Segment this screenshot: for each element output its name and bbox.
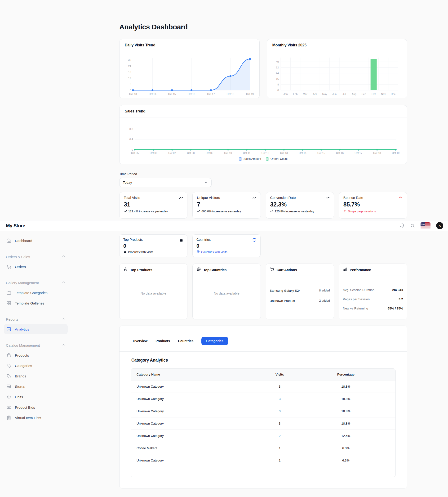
- avatar[interactable]: A: [436, 222, 443, 229]
- bar-chart-square-icon: [6, 327, 11, 332]
- svg-text:0.4: 0.4: [129, 138, 133, 141]
- sidebar-item-label: Brands: [15, 374, 26, 378]
- performance-row: Avg. Session Duration 2m 34s: [343, 287, 403, 293]
- trending-up-icon: [197, 210, 200, 213]
- undo-icon: [399, 196, 402, 200]
- search-icon[interactable]: [410, 224, 415, 228]
- banknote-icon: [6, 405, 11, 410]
- sidebar-item-dashboard[interactable]: Dashboard: [4, 235, 68, 246]
- sidebar-item-categories[interactable]: Categories: [4, 360, 68, 371]
- panel-title: Top Countries: [203, 268, 226, 272]
- svg-text:Oct 19: Oct 19: [246, 93, 254, 95]
- svg-text:Nov: Nov: [381, 93, 386, 95]
- tab-products[interactable]: Products: [156, 337, 170, 345]
- shopping-bag-filled-icon: [179, 238, 183, 243]
- sidebar-item-virtual-item-lists[interactable]: Virtual Item Lists: [4, 413, 68, 423]
- trending-up-icon: [179, 196, 183, 200]
- trending-up-icon: [124, 210, 127, 213]
- svg-text:Oct 14: Oct 14: [149, 93, 156, 95]
- panel-title: Top Products: [130, 268, 152, 272]
- mini-card-title: Top Products: [123, 238, 143, 242]
- chevron-up-icon: [62, 343, 65, 347]
- stat-title: Bounce Rate: [343, 196, 363, 199]
- monthly-visits-card: Monthly Visits 2025 0816243240JanFebMarA…: [267, 39, 407, 98]
- divider: [120, 351, 407, 352]
- sidebar-item-products[interactable]: Products: [4, 350, 68, 360]
- undo-icon: [343, 210, 347, 213]
- tab-categories[interactable]: Categories: [201, 337, 228, 345]
- top-content: Analytics Dashboard Daily Visits Trend 0…: [119, 23, 407, 218]
- stat-value: 85.7%: [343, 201, 402, 208]
- sidebar-item-brands[interactable]: Brands: [4, 371, 68, 381]
- countries-mini-card: Countries 0 Countries with visits: [192, 234, 261, 257]
- stat-title: Conversion Rate: [270, 196, 296, 199]
- svg-text:12: 12: [128, 77, 131, 79]
- section-header-orders-sales[interactable]: Orders & Sales: [4, 254, 68, 259]
- svg-text:6: 6: [130, 83, 131, 85]
- sidebar-item-label: Dashboard: [15, 239, 32, 243]
- stat-title: Unique Visitors: [197, 196, 220, 199]
- monthly-visits-bar-chart: 0816243240JanFebMarAprMayJunJulAugSepOct…: [272, 54, 402, 97]
- sidebar-item-product-bids[interactable]: Product Bids: [4, 402, 68, 413]
- svg-text:Oct 10: Oct 10: [224, 151, 232, 154]
- daily-visits-chart: 0612182430Oct 13Oct 14Oct 15Oct 16Oct 17…: [120, 51, 259, 98]
- analytics-dashboard-page: Analytics Dashboard Daily Visits Trend 0…: [0, 0, 448, 497]
- legend-sales-amount: Sales Amount: [239, 157, 261, 161]
- main-content: Top Products 0 Products with visits Coun…: [119, 234, 407, 488]
- svg-text:Oct 17: Oct 17: [354, 151, 362, 154]
- svg-text:Oct 17: Oct 17: [207, 93, 215, 95]
- app-header: My Store A: [0, 220, 448, 231]
- svg-text:24: 24: [128, 65, 131, 67]
- svg-text:Oct 13: Oct 13: [129, 93, 137, 95]
- tab-overview[interactable]: Overview: [133, 337, 147, 345]
- language-flag-us[interactable]: [420, 222, 431, 229]
- section-header-gallery[interactable]: Gallery Management: [4, 280, 68, 285]
- sidebar-item-template-categories[interactable]: Template Categories: [4, 287, 68, 298]
- col-category-name: Category Name: [131, 369, 263, 381]
- home-icon: [6, 238, 11, 243]
- section-header-catalog[interactable]: Catalog Management: [4, 343, 68, 348]
- svg-text:Oct 16: Oct 16: [188, 93, 195, 95]
- table-row: Unknown Category318.8%: [131, 381, 396, 393]
- globe-icon: [252, 238, 256, 243]
- svg-text:Oct 05: Oct 05: [131, 151, 139, 154]
- performance-row: New vs Returning 65% / 35%: [343, 305, 403, 311]
- analytics-tabs: Overview Products Countries Categories: [120, 326, 407, 345]
- stat-change: 125.8% increase vs yesterday: [270, 210, 329, 213]
- svg-text:Aug: Aug: [352, 93, 356, 95]
- sidebar-item-label: Template Categories: [15, 291, 48, 295]
- sidebar-item-label: Template Galleries: [15, 301, 44, 305]
- sidebar-item-orders[interactable]: Orders: [4, 261, 68, 272]
- table-row: Unknown Category212.5%: [131, 430, 396, 442]
- time-period-select[interactable]: Today: [119, 178, 212, 187]
- tab-countries[interactable]: Countries: [178, 337, 193, 345]
- notifications-bell-icon[interactable]: [400, 223, 405, 228]
- bar-chart-icon: [343, 267, 347, 272]
- svg-text:40: 40: [276, 60, 279, 63]
- sidebar-item-units[interactable]: Units: [4, 392, 68, 402]
- sidebar-item-label: Categories: [15, 364, 32, 368]
- sidebar-item-analytics[interactable]: Analytics: [4, 324, 68, 334]
- svg-text:8: 8: [277, 83, 279, 86]
- panel-title: Cart Actions: [277, 268, 297, 272]
- daily-visits-card: Daily Visits Trend 0612182430Oct 13Oct 1…: [119, 39, 260, 98]
- sidebar-item-stores[interactable]: Stores: [4, 381, 68, 392]
- section-header-reports[interactable]: Reports: [4, 317, 68, 322]
- globe-icon: [196, 250, 200, 254]
- brand-logo[interactable]: My Store: [5, 223, 25, 229]
- svg-text:Mar: Mar: [303, 93, 307, 95]
- top-countries-panel: Top Countries No data available: [192, 264, 261, 319]
- svg-text:May: May: [322, 93, 327, 95]
- svg-text:Oct 16: Oct 16: [336, 151, 344, 154]
- sidebar-item-template-galleries[interactable]: Template Galleries: [4, 298, 68, 308]
- svg-text:18: 18: [128, 71, 131, 73]
- chevron-down-icon: [204, 181, 208, 184]
- page-title: Analytics Dashboard: [119, 23, 407, 31]
- svg-text:Feb: Feb: [293, 93, 298, 95]
- sidebar-item-label: Virtual Item Lists: [15, 416, 41, 420]
- sidebar-section-orders-sales: Orders & Sales Orders: [4, 254, 68, 272]
- svg-text:0: 0: [132, 148, 133, 151]
- table-header-row: Category Name Visits Percentage: [131, 369, 396, 381]
- tag-icon: [6, 374, 11, 379]
- table-row: Unknown Category318.8%: [131, 405, 396, 417]
